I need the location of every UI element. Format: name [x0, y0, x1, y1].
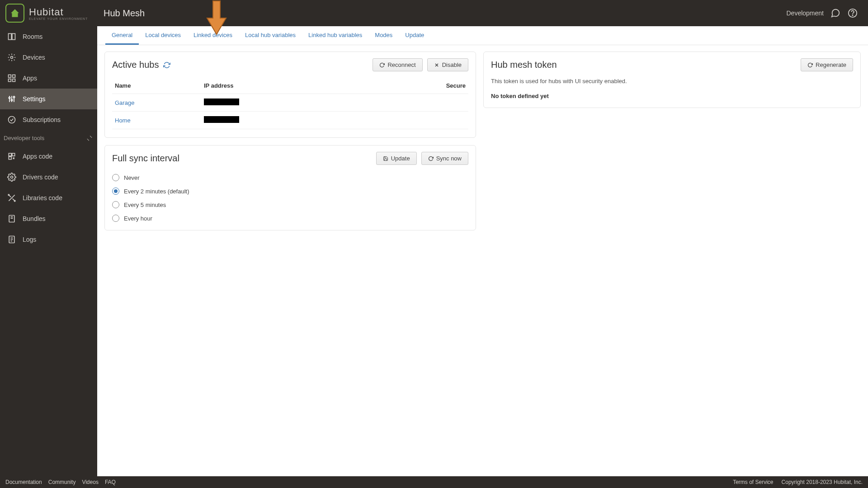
tab-linked-devices[interactable]: Linked devices: [187, 26, 239, 45]
radio-never[interactable]: Never: [112, 174, 468, 181]
logs-icon: [7, 235, 16, 244]
nav-devices[interactable]: Devices: [0, 47, 97, 68]
refresh-hubs-icon[interactable]: [163, 61, 170, 69]
nav-rooms[interactable]: Rooms: [0, 26, 97, 47]
nav-apps-code[interactable]: Apps code: [0, 146, 97, 167]
svg-rect-3: [12, 33, 15, 39]
svg-rect-8: [13, 79, 15, 82]
svg-point-9: [9, 97, 10, 99]
devices-icon: [7, 53, 16, 62]
radio-5min[interactable]: Every 5 minutes: [112, 201, 468, 208]
svg-rect-14: [12, 153, 15, 156]
nav-bundles[interactable]: Bundles: [0, 208, 97, 229]
page-title: Hub Mesh: [104, 8, 145, 19]
tab-update[interactable]: Update: [399, 26, 430, 45]
footer-community[interactable]: Community: [48, 479, 76, 485]
radio-icon: [112, 188, 119, 195]
chat-icon[interactable]: [830, 8, 841, 19]
tab-modes[interactable]: Modes: [368, 26, 399, 45]
nav-label: Settings: [23, 95, 46, 103]
hub-link[interactable]: Home: [115, 117, 131, 124]
token-title: Hub mesh token: [491, 60, 557, 70]
nav-label: Subscriptions: [23, 116, 61, 123]
brand-tagline: ELEVATE YOUR ENVIRONMENT: [29, 17, 88, 20]
syncnow-button[interactable]: Sync now: [421, 152, 468, 165]
nav-apps[interactable]: Apps: [0, 68, 97, 89]
update-sync-button[interactable]: Update: [376, 152, 417, 165]
hub-link[interactable]: Garage: [115, 99, 134, 106]
footer-videos[interactable]: Videos: [82, 479, 98, 485]
footer-links: Documentation Community Videos FAQ: [5, 479, 116, 485]
sync-title: Full sync interval: [112, 153, 179, 164]
footer-copyright: Copyright 2018-2023 Hubitat, Inc.: [782, 479, 863, 485]
nav-logs[interactable]: Logs: [0, 229, 97, 250]
table-row: Garage: [112, 94, 468, 112]
col-name: Name: [112, 78, 201, 94]
sync-interval-card: Full sync interval Update Sync now Never: [104, 145, 476, 230]
nav-subscriptions[interactable]: Subscriptions: [0, 109, 97, 130]
svg-point-16: [11, 176, 13, 178]
token-description: This token is used for hubs with UI secu…: [491, 78, 853, 84]
content: General Local devices Linked devices Loc…: [97, 26, 868, 476]
token-empty-text: No token defined yet: [491, 93, 853, 99]
bundles-icon: [7, 214, 16, 223]
libraries-code-icon: [7, 193, 16, 202]
sync-radio-group: Never Every 2 minutes (default) Every 5 …: [112, 171, 468, 222]
hubs-table: Name IP address Secure Garage Home: [112, 78, 468, 129]
apps-code-icon: [7, 152, 16, 161]
svg-rect-15: [9, 157, 11, 160]
svg-rect-5: [9, 75, 11, 78]
topbar: Hubitat ELEVATE YOUR ENVIRONMENT Hub Mes…: [0, 0, 868, 26]
token-card: Hub mesh token Regenerate This token is …: [483, 52, 861, 108]
env-label[interactable]: Development: [787, 9, 824, 17]
logo-mark: [5, 4, 24, 23]
table-row: Home: [112, 112, 468, 129]
radio-2min[interactable]: Every 2 minutes (default): [112, 188, 468, 195]
tab-linked-hub-variables[interactable]: Linked hub variables: [302, 26, 368, 45]
nav-libraries-code[interactable]: Libraries code: [0, 188, 97, 208]
nav-label: Logs: [23, 236, 36, 243]
house-icon: [10, 8, 20, 18]
footer-documentation[interactable]: Documentation: [5, 479, 42, 485]
svg-rect-6: [13, 75, 15, 78]
sidebar: Rooms Devices Apps Settings Subscription…: [0, 26, 97, 476]
svg-rect-7: [9, 79, 11, 82]
settings-icon: [7, 94, 16, 103]
svg-rect-2: [9, 33, 12, 39]
save-icon: [383, 156, 388, 161]
sync-icon: [428, 156, 434, 161]
collapse-icon[interactable]: [86, 135, 93, 141]
svg-point-12: [9, 117, 15, 123]
disable-button[interactable]: Disable: [427, 58, 468, 71]
regenerate-button[interactable]: Regenerate: [801, 58, 853, 71]
active-hubs-title: Active hubs: [112, 60, 170, 70]
nav-drivers-code[interactable]: Drivers code: [0, 167, 97, 188]
tab-local-hub-variables[interactable]: Local hub variables: [239, 26, 302, 45]
nav-section-devtools: Developer tools: [0, 130, 97, 146]
radio-icon: [112, 201, 119, 208]
nav-label: Drivers code: [23, 174, 58, 181]
reconnect-icon: [379, 62, 385, 68]
help-icon[interactable]: [847, 8, 858, 19]
logo[interactable]: Hubitat ELEVATE YOUR ENVIRONMENT: [0, 0, 97, 26]
footer-terms[interactable]: Terms of Service: [733, 479, 773, 485]
tabbar: General Local devices Linked devices Loc…: [97, 26, 868, 45]
nav-settings[interactable]: Settings: [0, 89, 97, 109]
active-hubs-card: Active hubs Reconnect Disable: [104, 52, 476, 138]
tab-local-devices[interactable]: Local devices: [139, 26, 187, 45]
tab-general[interactable]: General: [105, 26, 139, 45]
rooms-icon: [7, 32, 16, 41]
radio-icon: [112, 174, 119, 181]
reconnect-button[interactable]: Reconnect: [373, 58, 422, 71]
svg-point-10: [11, 99, 12, 101]
footer: Documentation Community Videos FAQ Terms…: [0, 476, 868, 488]
footer-faq[interactable]: FAQ: [105, 479, 116, 485]
svg-rect-13: [9, 153, 11, 156]
close-icon: [434, 62, 439, 68]
col-secure: Secure: [379, 78, 468, 94]
radio-icon: [112, 215, 119, 222]
apps-icon: [7, 74, 16, 83]
nav-label: Libraries code: [23, 194, 62, 202]
nav-label: Apps: [23, 75, 37, 82]
radio-hour[interactable]: Every hour: [112, 215, 468, 222]
